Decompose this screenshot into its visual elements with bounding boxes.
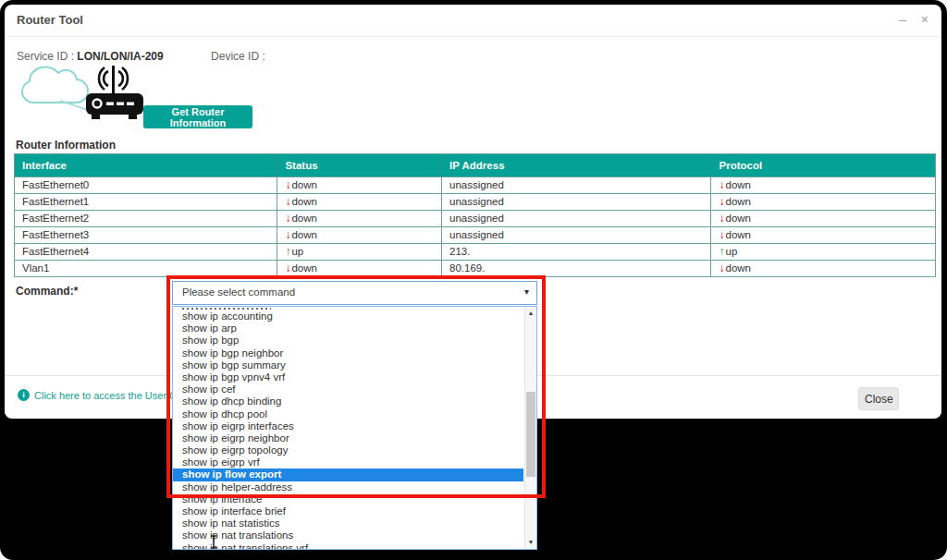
close-icon[interactable]: × [921, 12, 929, 27]
protocol-cell: ↓down [711, 194, 935, 210]
screen-background: Router Tool – × Service ID : LON/LON/IA-… [0, 0, 947, 560]
dropdown-option[interactable]: show ip bgp [173, 335, 523, 347]
dialog-titlebar: Router Tool – × [5, 5, 941, 37]
dropdown-option[interactable]: show ip bgp summary [173, 359, 523, 371]
ip-address-cell: unassigned [442, 227, 711, 243]
dropdown-option[interactable]: show ip arp [173, 323, 523, 335]
chevron-down-icon: ▾ [524, 286, 529, 297]
router-information-heading: Router Information [16, 139, 116, 152]
protocol-arrow-icon: ↓ [719, 212, 724, 225]
close-button[interactable]: Close [858, 387, 899, 410]
dialog-title: Router Tool [17, 13, 83, 27]
dropdown-option[interactable]: show ip nat statistics [173, 517, 523, 530]
ip-address-cell: unassigned [442, 194, 711, 210]
dropdown-option[interactable]: show ip interface brief [173, 505, 523, 517]
protocol-arrow-icon: ↑ [719, 245, 724, 258]
interface-cell: FastEthernet2 [15, 211, 277, 226]
device-id-label: Device ID : [211, 50, 265, 63]
status-arrow-icon: ↓ [285, 262, 290, 274]
dropdown-option[interactable]: show ip interface [173, 493, 523, 505]
protocol-cell: ↓down [711, 177, 935, 193]
cloud-router-illustration [12, 55, 160, 134]
router-information-table: Interface Status IP Address Protocol Fas… [14, 153, 936, 277]
dropdown-option[interactable]: show ip dhcp pool [173, 408, 523, 420]
interface-cell: FastEthernet3 [15, 227, 277, 243]
status-arrow-icon: ↓ [285, 228, 290, 241]
info-icon: i [18, 389, 30, 401]
dropdown-option[interactable]: show ip eigrp neighbor [173, 432, 523, 444]
router-icon [86, 66, 143, 119]
status-arrow-icon: ↓ [285, 178, 290, 191]
window-controls: – × [888, 12, 929, 27]
dropdown-option[interactable]: show ip bgp vpnv4 vrf [173, 371, 523, 383]
status-arrow-icon: ↑ [285, 245, 290, 258]
interface-cell: Vlan1 [15, 261, 277, 276]
header-interface: Interface [15, 154, 277, 177]
table-row: Vlan1 ↓down 80.169. ↓down [15, 260, 935, 276]
interface-cell: FastEthernet4 [15, 244, 277, 260]
ip-address-cell: 213. [442, 244, 711, 260]
protocol-cell: ↓down [711, 261, 935, 276]
status-cell: ↓down [277, 194, 442, 210]
status-cell: ↓down [277, 211, 442, 226]
table-header-row: Interface Status IP Address Protocol [15, 154, 935, 177]
interface-cell: FastEthernet0 [15, 177, 277, 193]
status-cell: ↑up [277, 244, 442, 260]
ip-address-cell: unassigned [442, 211, 711, 226]
header-protocol: Protocol [711, 154, 935, 177]
minimize-icon[interactable]: – [899, 12, 906, 27]
get-router-information-button[interactable]: Get Router Information [143, 105, 252, 128]
protocol-cell: ↓down [711, 227, 935, 243]
dropdown-option[interactable]: show ip eigrp vrf [173, 457, 523, 469]
status-cell: ↓down [277, 177, 442, 193]
dropdown-option[interactable]: show ip accounting [173, 310, 523, 323]
status-cell: ↓down [277, 227, 442, 243]
scroll-down-icon[interactable]: ▼ [525, 536, 536, 548]
dropdown-option[interactable]: show ip cef [173, 383, 523, 396]
table-row: FastEthernet1 ↓down unassigned ↓down [15, 193, 935, 210]
scrollbar[interactable]: ▲ ▼ [524, 307, 536, 549]
protocol-cell: ↑up [711, 244, 935, 260]
dropdown-option[interactable]: show ip flow export [173, 469, 523, 481]
ip-address-cell: unassigned [442, 177, 711, 193]
cloud-icon [22, 67, 88, 103]
dropdown-option[interactable]: show ip bgp neighbor [173, 347, 523, 359]
header-ip-address: IP Address [442, 154, 711, 177]
protocol-arrow-icon: ↓ [719, 262, 724, 274]
dropdown-option[interactable]: show ip nat translations vrf [173, 542, 523, 550]
protocol-arrow-icon: ↓ [719, 228, 724, 241]
status-cell: ↓down [277, 261, 442, 276]
dropdown-option[interactable]: show ip helper-address [173, 481, 523, 493]
dropdown-option[interactable]: show ip nat translations [173, 530, 523, 542]
command-select-placeholder: Please select command [182, 286, 295, 298]
scrollbar-thumb[interactable] [526, 392, 535, 477]
dropdown-option[interactable]: show ip dhcp binding [173, 396, 523, 408]
interface-cell: FastEthernet1 [15, 194, 277, 210]
protocol-arrow-icon: ↓ [719, 195, 724, 208]
command-select[interactable]: Please select command ▾ [172, 281, 537, 305]
table-row: FastEthernet2 ↓down unassigned ↓down [15, 210, 935, 226]
protocol-arrow-icon: ↓ [719, 178, 724, 191]
table-row: FastEthernet0 ↓down unassigned ↓down [15, 177, 935, 193]
dropdown-option[interactable]: show ip eigrp interfaces [173, 420, 523, 432]
table-row: FastEthernet4 ↑up 213. ↑up [15, 243, 935, 260]
header-status: Status [277, 154, 442, 177]
status-arrow-icon: ↓ [285, 212, 290, 225]
command-label: Command:* [16, 285, 78, 298]
protocol-cell: ↓down [711, 211, 935, 226]
ip-address-cell: 80.169. [442, 261, 711, 276]
status-arrow-icon: ↓ [285, 195, 290, 208]
dropdown-option[interactable]: show ip eigrp topology [173, 444, 523, 457]
command-dropdown-list: show ip accounting show ip arp show ip b… [172, 306, 537, 550]
scroll-up-icon[interactable]: ▲ [525, 307, 536, 319]
table-row: FastEthernet3 ↓down unassigned ↓down [15, 226, 935, 243]
